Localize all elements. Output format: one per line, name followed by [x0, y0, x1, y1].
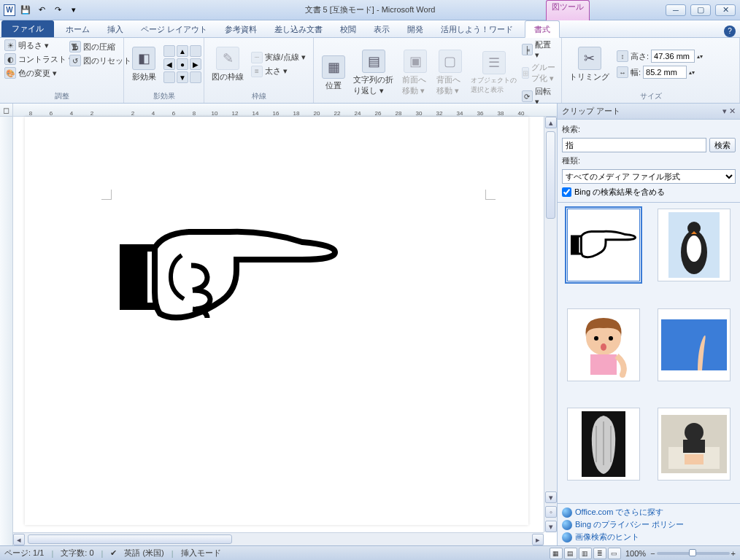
status-words[interactable]: 文字数: 0: [61, 548, 93, 559]
result-item[interactable]: [567, 308, 640, 381]
brightness-button[interactable]: ☀明るさ ▾: [4, 39, 49, 51]
scroll-right-button[interactable]: ▸: [532, 534, 544, 545]
undo-button[interactable]: ↶: [34, 3, 49, 18]
status-proof-icon[interactable]: ✔: [110, 548, 117, 558]
bring-forward-button[interactable]: ▣前面へ移動 ▾: [399, 48, 432, 98]
width-field[interactable]: [643, 66, 687, 79]
scroll-left-button[interactable]: ◂: [13, 534, 25, 545]
view-web[interactable]: ▥: [579, 548, 592, 559]
media-type-select[interactable]: すべてのメディア ファイル形式: [562, 169, 736, 184]
svg-point-11: [609, 336, 613, 341]
result-item[interactable]: [567, 408, 640, 481]
tab-selector-icon[interactable]: ◻: [0, 104, 13, 117]
spinner-icon[interactable]: ▴▾: [689, 69, 695, 76]
result-item[interactable]: [658, 308, 731, 381]
help-icon[interactable]: ?: [724, 26, 736, 37]
shadow-nudge-down[interactable]: ▼: [177, 71, 188, 83]
zoom-value[interactable]: 100%: [625, 549, 646, 558]
selection-pane-button[interactable]: ☰オブジェクトの選択と表示: [468, 50, 520, 96]
tab-references[interactable]: 参考資料: [216, 21, 266, 37]
shadow-effect-button[interactable]: ◧影効果: [128, 45, 159, 84]
wrap-button[interactable]: ▤文字列の折り返し ▾: [350, 48, 398, 98]
bing-privacy-link[interactable]: Bing のプライバシー ポリシー: [562, 519, 736, 530]
reset-button[interactable]: ↺図のリセット: [69, 55, 131, 66]
search-input[interactable]: [562, 138, 706, 152]
shadow-nudge-left[interactable]: ◀: [163, 58, 175, 70]
scroll-down-button[interactable]: ▾: [545, 491, 557, 503]
shadow-nudge-icon[interactable]: [190, 71, 201, 83]
contrast-button[interactable]: ◐コントラスト ▾: [4, 53, 73, 65]
zoom-out-button[interactable]: −: [650, 549, 655, 558]
vertical-ruler[interactable]: [0, 117, 13, 545]
zoom-slider[interactable]: [657, 552, 730, 555]
minimize-button[interactable]: ─: [666, 4, 686, 16]
tab-home[interactable]: ホーム: [57, 21, 99, 37]
tab-mailings[interactable]: 差し込み文書: [266, 21, 331, 37]
horizontal-ruler[interactable]: ◻ 86422468101214161820222426283032343638…: [0, 104, 557, 117]
contextual-tool-tab[interactable]: 図ツール: [546, 0, 590, 20]
ruler-tick: 2: [123, 110, 143, 117]
maximize-button[interactable]: ▢: [690, 4, 711, 16]
height-field[interactable]: [651, 50, 695, 63]
office-link[interactable]: Office.com でさらに探す: [562, 507, 736, 518]
tab-file[interactable]: ファイル: [1, 20, 54, 37]
send-backward-button[interactable]: ▢背面へ移動 ▾: [433, 48, 466, 98]
scroll-up-button[interactable]: ▴: [545, 117, 557, 128]
picture-border-button[interactable]: ✎図の枠線: [209, 45, 247, 84]
status-mode[interactable]: 挿入モード: [181, 548, 221, 559]
align-button[interactable]: ╞配置 ▾: [522, 39, 557, 60]
tab-view[interactable]: 表示: [365, 21, 398, 37]
result-item[interactable]: [658, 209, 731, 281]
page[interactable]: [25, 117, 528, 525]
tab-utilize[interactable]: 活用しよう！ワード: [432, 21, 522, 37]
spinner-icon[interactable]: ▴▾: [697, 53, 703, 60]
status-page[interactable]: ページ: 1/1: [4, 548, 44, 559]
view-outline[interactable]: ≣: [593, 548, 606, 559]
word-icon[interactable]: W: [2, 3, 17, 18]
vertical-scrollbar[interactable]: ▴ ▾ ◦ ▾: [544, 117, 557, 532]
shadow-nudge-icon[interactable]: [163, 45, 175, 57]
dashes-button[interactable]: ┈実線/点線 ▾: [251, 52, 306, 63]
tab-review[interactable]: 校閲: [331, 21, 365, 37]
pointing-hand-image[interactable]: [120, 211, 339, 343]
compress-button[interactable]: 🗜図の圧縮: [69, 41, 131, 52]
weight-button[interactable]: ≡太さ ▾: [251, 66, 306, 77]
hscroll-thumb[interactable]: [28, 534, 232, 544]
save-button[interactable]: 💾: [18, 3, 33, 18]
view-draft[interactable]: ▭: [608, 548, 621, 559]
tab-develop[interactable]: 開発: [398, 21, 432, 37]
tab-insert[interactable]: 挿入: [99, 21, 132, 37]
view-print-layout[interactable]: ▦: [550, 548, 563, 559]
bing-checkbox[interactable]: [562, 187, 571, 197]
zoom-slider-knob[interactable]: [689, 549, 696, 556]
panel-menu-icon[interactable]: ▾ ✕: [722, 106, 736, 116]
view-fullscreen[interactable]: ▤: [564, 548, 577, 559]
prev-page-button[interactable]: ◦: [545, 506, 557, 518]
search-button[interactable]: 検索: [709, 138, 736, 152]
status-lang[interactable]: 英語 (米国): [124, 548, 163, 559]
shadow-toggle[interactable]: ●: [177, 58, 188, 70]
group-button[interactable]: ⊞グループ化 ▾: [522, 62, 557, 84]
ruler-tick: 24: [347, 110, 368, 117]
shadow-nudge-icon[interactable]: [190, 45, 201, 57]
tab-page-layout[interactable]: ページ レイアウト: [132, 21, 216, 37]
shadow-nudge-up[interactable]: ▲: [177, 45, 188, 57]
result-item[interactable]: [567, 209, 640, 281]
horizontal-scrollbar[interactable]: ◂ ▸: [13, 532, 544, 545]
qat-more-icon[interactable]: ▾: [66, 3, 81, 18]
position-button[interactable]: ▦位置: [318, 54, 349, 93]
shadow-nudge-right[interactable]: ▶: [190, 58, 201, 70]
recolor-button[interactable]: 🎨色の変更 ▾: [4, 67, 57, 79]
close-button[interactable]: ✕: [715, 4, 736, 16]
vscroll-thumb[interactable]: [546, 131, 555, 219]
crop-button[interactable]: ✂トリミング: [566, 45, 612, 84]
workspace: ◻ 86422468101214161820222426283032343638…: [0, 104, 740, 545]
zoom-in-button[interactable]: +: [731, 549, 736, 558]
shadow-nudge-icon[interactable]: [163, 71, 175, 83]
hint-link[interactable]: 画像検索のヒント: [562, 532, 736, 542]
ruler-tick: 18: [286, 110, 307, 117]
redo-button[interactable]: ↷: [50, 3, 65, 18]
next-page-button[interactable]: ▾: [545, 521, 557, 532]
result-item[interactable]: [658, 408, 731, 481]
tab-format[interactable]: 書式: [525, 20, 560, 38]
